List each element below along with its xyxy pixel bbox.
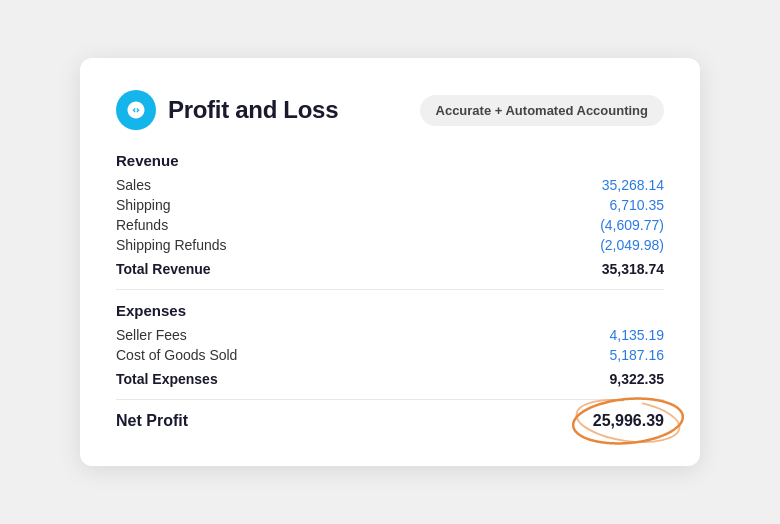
net-profit-value: 25,996.39 [593, 412, 664, 429]
revenue-refunds-value: (4,609.77) [564, 217, 664, 233]
page-title: Profit and Loss [168, 96, 338, 124]
badge: Accurate + Automated Accounting [420, 95, 664, 126]
revenue-shipping-refunds-name: Shipping Refunds [116, 237, 227, 253]
expenses-seller-fees-value: 4,135.19 [564, 327, 664, 343]
revenue-shipping-refunds-row: Shipping Refunds (2,049.98) [116, 235, 664, 255]
section-divider-1 [116, 289, 664, 290]
total-revenue-value: 35,318.74 [564, 261, 664, 277]
net-profit-value-wrapper: 25,996.39 [593, 412, 664, 430]
header-left: Profit and Loss [116, 90, 338, 130]
expenses-cogs-row: Cost of Goods Sold 5,187.16 [116, 345, 664, 365]
revenue-shipping-refunds-value: (2,049.98) [564, 237, 664, 253]
revenue-sales-row: Sales 35,268.14 [116, 175, 664, 195]
expenses-cogs-name: Cost of Goods Sold [116, 347, 237, 363]
total-expenses-label: Total Expenses [116, 371, 218, 387]
total-revenue-label: Total Revenue [116, 261, 211, 277]
revenue-refunds-name: Refunds [116, 217, 168, 233]
total-expenses-row: Total Expenses 9,322.35 [116, 367, 664, 387]
expenses-seller-fees-row: Seller Fees 4,135.19 [116, 325, 664, 345]
revenue-sales-value: 35,268.14 [564, 177, 664, 193]
section-divider-2 [116, 399, 664, 400]
revenue-refunds-row: Refunds (4,609.77) [116, 215, 664, 235]
revenue-shipping-name: Shipping [116, 197, 171, 213]
expenses-section-label: Expenses [116, 302, 664, 319]
expenses-cogs-value: 5,187.16 [564, 347, 664, 363]
card-header: Profit and Loss Accurate + Automated Acc… [116, 90, 664, 130]
revenue-sales-name: Sales [116, 177, 151, 193]
total-expenses-value: 9,322.35 [564, 371, 664, 387]
revenue-section-label: Revenue [116, 152, 664, 169]
revenue-shipping-row: Shipping 6,710.35 [116, 195, 664, 215]
net-profit-label: Net Profit [116, 412, 188, 430]
xero-logo [116, 90, 156, 130]
net-profit-row: Net Profit 25,996.39 [116, 412, 664, 430]
total-revenue-row: Total Revenue 35,318.74 [116, 257, 664, 277]
profit-loss-card: Profit and Loss Accurate + Automated Acc… [80, 58, 700, 466]
revenue-shipping-value: 6,710.35 [564, 197, 664, 213]
expenses-seller-fees-name: Seller Fees [116, 327, 187, 343]
